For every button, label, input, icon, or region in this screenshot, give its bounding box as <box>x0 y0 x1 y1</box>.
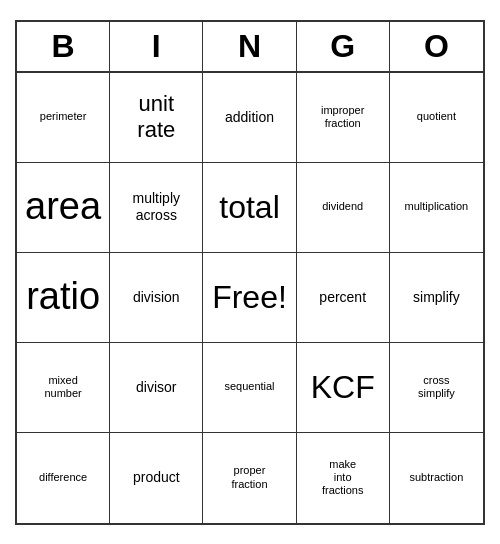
bingo-cell-18: KCF <box>297 343 390 433</box>
cell-text-2: addition <box>225 109 274 126</box>
bingo-cell-13: percent <box>297 253 390 343</box>
bingo-cell-3: improperfraction <box>297 73 390 163</box>
bingo-cell-14: simplify <box>390 253 483 343</box>
header-letter-o: O <box>390 22 483 71</box>
header-letter-b: B <box>17 22 110 71</box>
bingo-cell-8: dividend <box>297 163 390 253</box>
bingo-cell-17: sequential <box>203 343 296 433</box>
cell-text-15: mixednumber <box>44 374 81 400</box>
bingo-cell-15: mixednumber <box>17 343 110 433</box>
bingo-card: BINGO perimeterunitrateadditionimproperf… <box>15 20 485 525</box>
cell-text-16: divisor <box>136 379 176 396</box>
bingo-cell-10: ratio <box>17 253 110 343</box>
cell-text-8: dividend <box>322 200 363 213</box>
bingo-cell-21: product <box>110 433 203 523</box>
cell-text-4: quotient <box>417 110 456 123</box>
bingo-cell-1: unitrate <box>110 73 203 163</box>
cell-text-11: division <box>133 289 180 306</box>
cell-text-12: Free! <box>212 278 287 316</box>
cell-text-18: KCF <box>311 368 375 406</box>
bingo-cell-20: difference <box>17 433 110 523</box>
bingo-cell-11: division <box>110 253 203 343</box>
cell-text-21: product <box>133 469 180 486</box>
cell-text-14: simplify <box>413 289 460 306</box>
bingo-cell-4: quotient <box>390 73 483 163</box>
cell-text-1: unitrate <box>137 91 175 144</box>
cell-text-17: sequential <box>224 380 274 393</box>
cell-text-0: perimeter <box>40 110 86 123</box>
bingo-cell-5: area <box>17 163 110 253</box>
cell-text-23: makeintofractions <box>322 458 364 498</box>
cell-text-7: total <box>219 188 279 226</box>
cell-text-24: subtraction <box>409 471 463 484</box>
bingo-cell-23: makeintofractions <box>297 433 390 523</box>
cell-text-9: multiplication <box>405 200 469 213</box>
bingo-cell-9: multiplication <box>390 163 483 253</box>
cell-text-5: area <box>25 184 101 230</box>
bingo-cell-16: divisor <box>110 343 203 433</box>
cell-text-22: properfraction <box>231 464 267 490</box>
header-letter-i: I <box>110 22 203 71</box>
cell-text-20: difference <box>39 471 87 484</box>
bingo-header: BINGO <box>17 22 483 73</box>
cell-text-19: crosssimplify <box>418 374 455 400</box>
bingo-cell-19: crosssimplify <box>390 343 483 433</box>
bingo-cell-2: addition <box>203 73 296 163</box>
bingo-grid: perimeterunitrateadditionimproperfractio… <box>17 73 483 523</box>
cell-text-13: percent <box>319 289 366 306</box>
header-letter-n: N <box>203 22 296 71</box>
bingo-cell-6: multiplyacross <box>110 163 203 253</box>
bingo-cell-24: subtraction <box>390 433 483 523</box>
header-letter-g: G <box>297 22 390 71</box>
cell-text-6: multiplyacross <box>133 190 180 224</box>
bingo-cell-0: perimeter <box>17 73 110 163</box>
cell-text-3: improperfraction <box>321 104 364 130</box>
cell-text-10: ratio <box>26 274 100 320</box>
bingo-cell-12: Free! <box>203 253 296 343</box>
bingo-cell-22: properfraction <box>203 433 296 523</box>
bingo-cell-7: total <box>203 163 296 253</box>
